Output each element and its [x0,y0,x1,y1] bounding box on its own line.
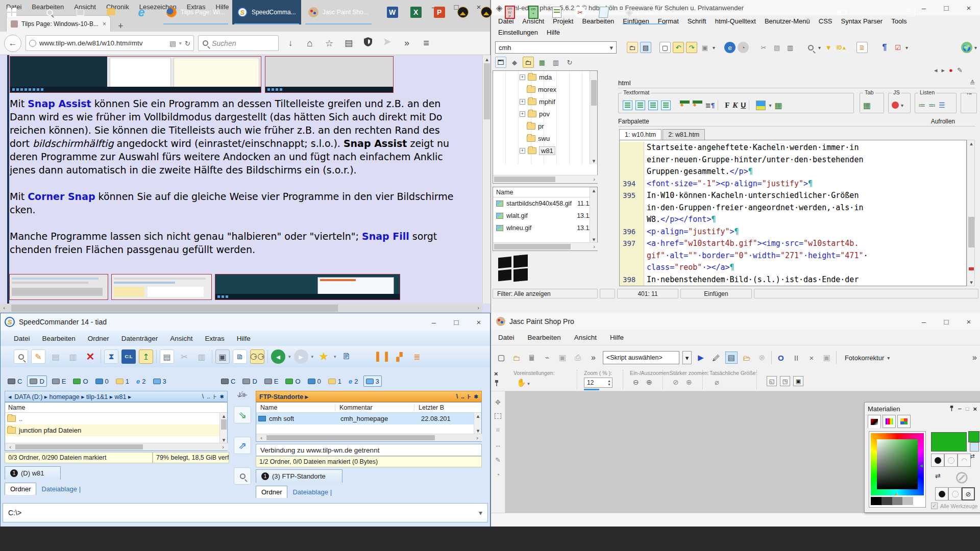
scroll-left-icon[interactable]: ‹ [0,305,8,311]
minimize-button[interactable]: – [913,0,935,15]
files-hscrollbar[interactable]: › [493,242,598,251]
scroll-up-icon[interactable]: ▴ [474,413,482,419]
column-name[interactable]: Name [8,404,25,411]
snipping-button[interactable]: ✂ [569,0,592,24]
shield-icon[interactable] [360,37,376,49]
scrollbar-thumb[interactable] [484,63,490,119]
cut-icon[interactable]: ✂ [177,349,191,364]
file-column-name[interactable]: Name [496,189,513,196]
script-combo[interactable]: <Skript auswählen> [603,351,679,364]
column-name[interactable]: Name [256,404,335,411]
filter-status[interactable]: Filter: Alle anzeigen [493,289,598,298]
favorites-icon[interactable]: ★ [316,349,331,364]
drive-c[interactable]: C [6,375,24,387]
scroll-down-icon[interactable]: ▾ [967,279,975,286]
materials-titlebar[interactable]: Materialien – □ × [865,403,980,415]
url-text[interactable]: www.tilp-wn.de/w81/w10.htm#mtv [39,39,166,47]
scrollbar-thumb[interactable] [591,80,597,106]
search-dropdown-icon[interactable]: ▾ [818,45,821,51]
align-right-icon[interactable] [648,101,658,110]
pan-tool-icon[interactable]: ✥ [495,398,501,406]
move-file-icon[interactable]: ▥ [66,349,80,364]
eyedropper-tool-icon[interactable]: ✎ [495,456,501,464]
edit-file-icon[interactable]: ✎ [31,349,45,364]
search-icon[interactable] [805,42,816,53]
editor-note-button[interactable] [545,0,569,24]
font-color-icon[interactable] [756,101,766,110]
up-icon[interactable]: .. [461,393,464,400]
zoom-out-icon[interactable]: ⊖ [633,378,639,386]
files-vscrollbar[interactable]: ▴ ▾ [590,187,597,243]
new-file-icon[interactable]: ▢ [659,42,671,53]
fit-window-icon[interactable]: ◱ [767,376,777,386]
spin-up-icon[interactable]: ▲ [607,379,611,383]
scrollbar-thumb[interactable] [494,244,571,249]
inspect-icon[interactable]: 🗈 [233,349,247,364]
scroll-up-icon[interactable]: ▴ [483,56,491,63]
taskbar-phase-button[interactable]: ◈ phase 5.6 [621,0,669,24]
aufrollen-label[interactable]: Aufrollen [931,118,955,125]
open-file-icon[interactable]: ↶ [673,42,684,53]
pin-icon[interactable] [949,405,954,413]
tree-view-icon[interactable]: 🖹 [339,349,354,364]
crop-tool-icon[interactable]: ⌗ [496,426,500,434]
menu-item[interactable]: Ansicht [574,334,597,341]
menu-item[interactable]: CSS [819,17,832,25]
delete-icon[interactable]: ✕ [83,349,97,364]
alle-werkzeuge-row[interactable]: ✓ Alle Werkzeuge [931,503,977,509]
expand-row-icon[interactable]: ≙ [970,79,975,87]
copy-icon[interactable]: ▤ [160,349,174,364]
drive-2[interactable]: e2 [134,375,148,387]
file-row[interactable]: startbildsch940x458.gif11.11. [493,197,597,210]
tab-insert-icon[interactable]: ▦ [863,101,871,110]
cut-icon[interactable]: ✂ [758,42,769,53]
copy-icon[interactable]: ▤ [771,42,782,53]
branch-icon[interactable]: ⊦ [468,393,471,400]
menu-item[interactable]: Hilfe [610,334,624,341]
doc-tab-w10[interactable]: 1: w10.htm [619,129,662,140]
browser-preview-icon[interactable]: e [724,42,736,53]
folder-view-icon[interactable]: 🗔 [495,57,506,68]
forward-dropdown-icon[interactable]: ▾ [311,354,314,359]
url-bar[interactable]: www.tilp-wn.de/w81/w10.htm#mtv ▤ ▾ ↻ [26,35,194,51]
tree-item-swu[interactable]: swu [493,132,597,144]
scroll-up-icon[interactable]: ▴ [967,140,975,147]
bookmark-star-icon[interactable]: ☆ [322,38,337,49]
column-kommentar[interactable]: Kommentar [335,404,414,411]
horizontal-scrollbar[interactable]: ‹ › [0,304,482,313]
column-letzter[interactable]: Letzter B [414,404,481,411]
save-as-icon[interactable]: ↷ [686,42,697,53]
reader-mode-icon[interactable]: ▤ [169,39,176,47]
subtab-dateiablage[interactable]: Dateiablage| [287,486,337,498]
paragraph-format-icon[interactable]: ≣¶ [705,102,715,109]
drive-1[interactable]: 1 [114,375,131,387]
tree-hscrollbar[interactable]: › [493,175,598,183]
excel-button[interactable]: X [404,0,428,24]
cm-green-button[interactable]: cm+ [522,0,545,24]
move-tool-icon[interactable]: ↔ [495,441,501,449]
ul-list-icon[interactable]: ≔ [918,101,925,109]
foreground-material[interactable] [931,432,967,452]
menu-item[interactable]: Ansicht [170,335,192,342]
maximize-button[interactable]: □ [935,0,958,15]
collapse-icon[interactable]: ◂ [8,393,11,400]
record-icon[interactable]: ● [949,66,953,74]
menu-item[interactable]: Datenträger [121,335,158,342]
menu-item[interactable]: Schrift [688,17,706,25]
drive-o[interactable]: O [283,375,302,387]
color-style-icon[interactable] [935,487,948,500]
subtab-ordner[interactable]: Ordner [5,483,36,495]
zoom-slider[interactable] [584,389,599,390]
minimize-button[interactable]: – [913,313,935,330]
bold-button[interactable]: F [725,101,729,110]
bookmarks-menu-icon[interactable]: ▤ [341,38,356,48]
drive-1[interactable]: 1 [326,375,344,387]
layout-columns-icon[interactable]: ▌▐ [375,349,389,364]
drive-e[interactable]: E [50,375,68,387]
swap-materials-icon[interactable]: ⇄ [935,472,941,480]
edge-button[interactable]: e [130,0,153,24]
notes-button[interactable] [592,0,616,24]
layout-grid-icon[interactable]: ▞ [393,349,407,364]
zoom-value[interactable]: 12 [584,379,607,386]
command-prompt[interactable]: C:\> [8,509,21,517]
